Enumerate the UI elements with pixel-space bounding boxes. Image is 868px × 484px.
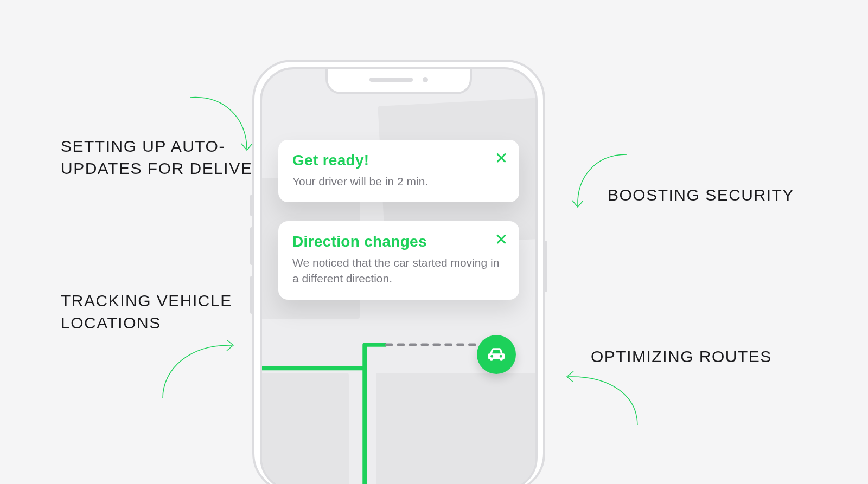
phone-side-button — [250, 276, 253, 314]
arrow-security — [572, 152, 632, 217]
camera-icon — [423, 77, 428, 82]
arrow-auto-updates — [187, 95, 258, 160]
speaker-icon — [369, 78, 413, 82]
phone-notch — [326, 67, 472, 94]
phone-side-button — [250, 227, 253, 265]
diagram-stage: SETTING UP AUTO- UPDATES FOR DELIVERIES … — [0, 0, 868, 484]
callout-security: BOOSTING SECURITY — [608, 184, 794, 206]
route-path — [262, 69, 535, 484]
phone-side-button — [250, 195, 253, 216]
phone-side-button — [544, 241, 547, 292]
phone-screen: Get ready! Your driver will be in 2 min.… — [260, 67, 538, 484]
arrow-tracking — [157, 339, 239, 404]
arrow-routes — [561, 371, 643, 431]
phone-mockup: Get ready! Your driver will be in 2 min.… — [252, 60, 545, 484]
car-icon[interactable] — [477, 335, 516, 374]
callout-tracking: TRACKING VEHICLE LOCATIONS — [61, 290, 232, 334]
callout-routes: OPTIMIZING ROUTES — [591, 346, 772, 368]
